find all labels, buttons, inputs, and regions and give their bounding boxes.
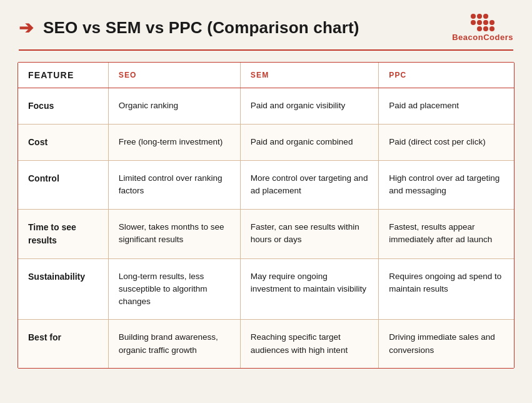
- cell-sem: Reaching specific target audiences with …: [240, 320, 378, 368]
- cell-seo: Organic ranking: [108, 88, 240, 125]
- cell-sem: More control over targeting and ad place…: [240, 161, 378, 210]
- cell-ppc: Paid (direct cost per click): [379, 125, 514, 161]
- cell-feature: Sustainability: [18, 258, 108, 320]
- table-row: Time to see resultsSlower, takes months …: [18, 209, 514, 258]
- header-divider: [19, 49, 513, 51]
- table-row: Best forBuilding brand awareness, organi…: [18, 320, 514, 368]
- cell-seo: Limited control over ranking factors: [108, 161, 240, 210]
- table-row: SustainabilityLong-term results, less su…: [18, 258, 514, 320]
- col-header-feature: FEATURE: [18, 63, 108, 88]
- cell-sem: May require ongoing investment to mainta…: [240, 258, 378, 320]
- table-header-row: FEATURE SEO SEM PPC: [18, 63, 514, 88]
- logo: BeaconCoders: [452, 14, 513, 42]
- cell-seo: Free (long-term investment): [108, 125, 240, 161]
- logo-text: BeaconCoders: [452, 33, 513, 42]
- table-row: ControlLimited control over ranking fact…: [18, 161, 514, 210]
- table-row: CostFree (long-term investment)Paid and …: [18, 125, 514, 161]
- col-header-ppc: PPC: [379, 63, 514, 88]
- col-header-sem: SEM: [240, 63, 378, 88]
- comparison-table-container: FEATURE SEO SEM PPC FocusOrganic ranking…: [18, 62, 514, 369]
- cell-ppc: Paid ad placement: [379, 88, 514, 125]
- cell-seo: Building brand awareness, organic traffi…: [108, 320, 240, 368]
- col-header-seo: SEO: [108, 63, 240, 88]
- cell-feature: Focus: [18, 88, 108, 125]
- cell-feature: Cost: [18, 125, 108, 161]
- arrow-icon: ➔: [19, 19, 33, 37]
- cell-ppc: Driving immediate sales and conversions: [379, 320, 514, 368]
- cell-ppc: High control over ad targeting and messa…: [379, 161, 514, 210]
- cell-sem: Paid and organic combined: [240, 125, 378, 161]
- cell-seo: Slower, takes months to see significant …: [108, 209, 240, 258]
- cell-ppc: Requires ongoing ad spend to maintain re…: [379, 258, 514, 320]
- logo-icon: [471, 14, 494, 31]
- cell-feature: Time to see results: [18, 209, 108, 258]
- table-row: FocusOrganic rankingPaid and organic vis…: [18, 88, 514, 125]
- title-area: ➔ SEO vs SEM vs PPC (Comparison chart): [19, 18, 359, 38]
- page-header: ➔ SEO vs SEM vs PPC (Comparison chart) B…: [0, 0, 532, 49]
- cell-feature: Best for: [18, 320, 108, 368]
- page-title: SEO vs SEM vs PPC (Comparison chart): [43, 18, 359, 38]
- cell-sem: Faster, can see results within hours or …: [240, 209, 378, 258]
- cell-ppc: Fastest, results appear immediately afte…: [379, 209, 514, 258]
- cell-feature: Control: [18, 161, 108, 210]
- cell-sem: Paid and organic visibility: [240, 88, 378, 125]
- cell-seo: Long-term results, less susceptible to a…: [108, 258, 240, 320]
- comparison-table: FEATURE SEO SEM PPC FocusOrganic ranking…: [18, 63, 514, 368]
